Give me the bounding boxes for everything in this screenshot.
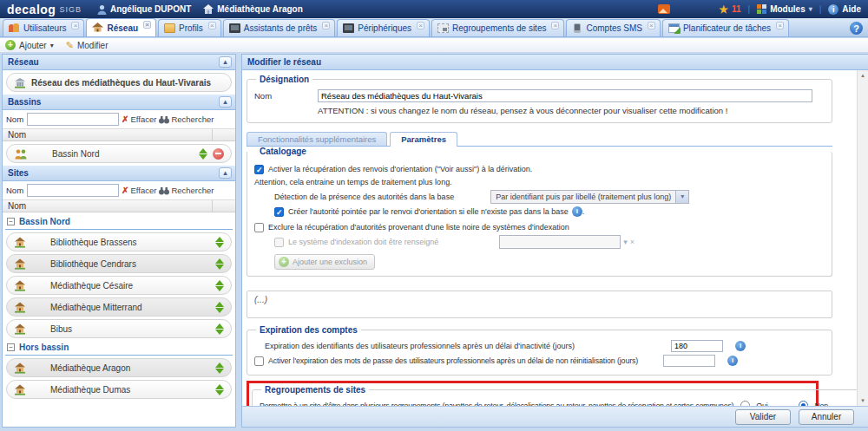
help-icon[interactable]: ? bbox=[850, 22, 863, 35]
sites-filter-input[interactable] bbox=[27, 184, 119, 197]
clear-icon: ✗ bbox=[122, 114, 128, 124]
site-row[interactable]: Médiathèque Césaire bbox=[6, 276, 232, 295]
collapse-minus-icon[interactable]: − bbox=[7, 218, 15, 225]
exclure-label: Exclure la récupération d'autorités prov… bbox=[268, 222, 569, 232]
bassins-filter-input[interactable] bbox=[27, 113, 119, 126]
tab-profils[interactable]: Profils × bbox=[158, 19, 221, 36]
network-name-input[interactable] bbox=[318, 89, 812, 102]
site-row[interactable]: Bibus bbox=[6, 319, 232, 338]
close-icon[interactable]: × bbox=[648, 22, 655, 29]
creer-autorite-checkbox[interactable] bbox=[274, 207, 284, 217]
tab-assistants-de-prets[interactable]: Assistants de prêts × bbox=[223, 19, 335, 36]
scroll-up-icon[interactable]: ▴ bbox=[858, 72, 868, 79]
sort-arrows-icon[interactable] bbox=[215, 384, 224, 395]
sort-arrows-icon[interactable] bbox=[215, 362, 224, 374]
tab-label: Assistants de prêts bbox=[244, 23, 317, 33]
close-icon[interactable]: × bbox=[143, 21, 151, 29]
bassins-header-label: Bassins bbox=[8, 97, 41, 107]
close-icon[interactable]: × bbox=[208, 22, 216, 29]
close-icon[interactable]: × bbox=[776, 22, 784, 29]
topbar: decalog SIGB Angélique DUPONT Médiathèqu… bbox=[0, 0, 868, 18]
site-row[interactable]: Médiathèque Mitterrand bbox=[6, 297, 232, 317]
site-row[interactable]: Bibliothèque Brassens bbox=[6, 232, 232, 251]
user-icon bbox=[97, 4, 107, 15]
notifications[interactable]: ★ 11 bbox=[719, 4, 740, 15]
close-icon[interactable]: × bbox=[71, 22, 79, 29]
tab-regroupements-de-sites[interactable]: Regroupements de sites × bbox=[431, 19, 564, 36]
sort-arrows-icon[interactable] bbox=[215, 280, 224, 291]
site-row[interactable]: Bibliothèque Cendrars bbox=[6, 254, 232, 273]
main-panel-title: Modifier le réseau bbox=[247, 57, 321, 67]
expiration-mots-de-passe-checkbox[interactable] bbox=[254, 356, 264, 366]
cancel-button[interactable]: Annuler bbox=[799, 409, 854, 425]
close-icon[interactable]: × bbox=[417, 22, 424, 29]
sort-arrows-icon[interactable] bbox=[215, 258, 224, 270]
sort-arrows-icon[interactable] bbox=[199, 148, 207, 160]
info-icon[interactable]: i bbox=[735, 341, 746, 351]
sort-arrows-icon[interactable] bbox=[215, 237, 224, 248]
tab-utilisateurs[interactable]: Utilisateurs × bbox=[3, 19, 84, 36]
image-notification-icon[interactable] bbox=[658, 4, 670, 14]
binoculars-icon bbox=[159, 115, 169, 124]
validate-button[interactable]: Valider bbox=[735, 409, 791, 425]
current-user[interactable]: Angélique DUPONT bbox=[97, 4, 191, 15]
form-area: Désignation Nom ATTENTION : si vous chan… bbox=[242, 70, 857, 406]
exclure-checkbox[interactable] bbox=[254, 223, 264, 232]
collapse-icon[interactable]: ▴ bbox=[219, 167, 232, 179]
close-icon[interactable]: × bbox=[322, 22, 330, 29]
expiration-mots-de-passe-input[interactable] bbox=[663, 355, 715, 367]
expiration-identifiants-input[interactable] bbox=[671, 340, 723, 352]
collapse-minus-icon[interactable]: − bbox=[7, 343, 15, 351]
current-site[interactable]: Médiathèque Aragon bbox=[203, 4, 303, 14]
network-item[interactable]: Réseau des médiathèques du Haut-Vivarais bbox=[6, 73, 232, 92]
site-row[interactable]: Médiathèque Aragon bbox=[6, 358, 232, 377]
sites-column-header[interactable]: Nom bbox=[3, 199, 235, 212]
site-group-bassin-nord[interactable]: − Bassin Nord bbox=[5, 217, 233, 230]
sort-arrows-icon[interactable] bbox=[215, 302, 224, 313]
collapse-icon[interactable]: ▴ bbox=[219, 56, 232, 68]
house-icon bbox=[14, 280, 26, 291]
collapse-icon[interactable]: ▴ bbox=[219, 96, 232, 108]
expiration-fieldset: Expiration des comptes Expiration des id… bbox=[247, 325, 832, 375]
modify-button[interactable]: ✎ Modifier bbox=[66, 40, 108, 51]
site-group-hors-bassin[interactable]: − Hors bassin bbox=[5, 343, 233, 356]
scroll-down-icon[interactable]: ▾ bbox=[858, 397, 868, 404]
sites-clear-button[interactable]: ✗ Effacer bbox=[122, 186, 156, 195]
sort-down-icon bbox=[215, 243, 224, 248]
sites-search-button[interactable]: Rechercher bbox=[159, 186, 214, 195]
bassins-column-header[interactable]: Nom bbox=[3, 128, 235, 141]
ellipsis-text: (...) bbox=[254, 295, 267, 304]
sort-down-icon bbox=[215, 264, 224, 270]
activer-renvois-checkbox[interactable] bbox=[254, 165, 264, 174]
sort-down-icon bbox=[215, 369, 224, 374]
network-header-label: Réseau bbox=[8, 57, 39, 67]
vertical-scrollbar[interactable]: ▴ ▾ bbox=[857, 70, 868, 406]
site-row[interactable]: Médiathèque Dumas bbox=[6, 380, 232, 399]
detection-select[interactable]: Par identifiant puis par libellé (traite… bbox=[490, 190, 689, 204]
tab-parametres[interactable]: Paramètres bbox=[390, 132, 457, 147]
bassin-name: Bassin Nord bbox=[52, 149, 99, 159]
expiration-mots-de-passe-label: Activer l'expiration des mots de passe d… bbox=[268, 356, 663, 366]
help-menu[interactable]: i Aide bbox=[828, 4, 861, 15]
info-icon[interactable]: i bbox=[572, 206, 582, 217]
help-label: Aide bbox=[842, 4, 861, 14]
tab-fonctionnalites-supplementaires[interactable]: Fonctionnalités supplémentaires bbox=[247, 132, 387, 146]
add-button[interactable]: + Ajouter ▾ bbox=[5, 40, 54, 50]
chevron-down-icon[interactable]: ▾ bbox=[675, 191, 688, 203]
sort-up-icon bbox=[215, 384, 224, 389]
sort-arrows-icon[interactable] bbox=[215, 323, 224, 335]
remove-icon[interactable] bbox=[213, 148, 224, 160]
bassins-search-button[interactable]: Rechercher bbox=[159, 114, 214, 124]
sites-filter-label: Nom bbox=[6, 186, 23, 195]
close-icon[interactable]: × bbox=[551, 22, 559, 29]
chevron-down-icon: ▾ bbox=[50, 42, 54, 49]
tab-comptes-sms[interactable]: Comptes SMS × bbox=[566, 19, 660, 36]
modules-menu[interactable]: Modules ▾ bbox=[757, 4, 812, 14]
bassins-clear-button[interactable]: ✗ Effacer bbox=[122, 114, 156, 124]
tab-reseau[interactable]: Réseau × bbox=[86, 18, 156, 36]
info-icon[interactable]: i bbox=[727, 356, 738, 366]
group-icon bbox=[437, 23, 449, 33]
bassin-row[interactable]: Bassin Nord bbox=[6, 144, 232, 163]
tab-planificateur-de-taches[interactable]: Planificateur de tâches × bbox=[662, 19, 789, 36]
tab-peripheriques[interactable]: Périphériques × bbox=[337, 19, 430, 36]
